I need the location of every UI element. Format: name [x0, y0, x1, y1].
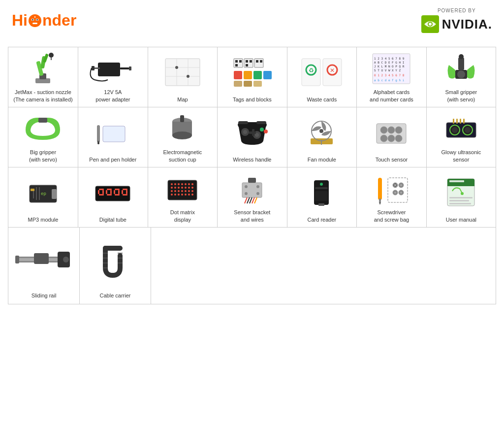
- fan-module-icon: [303, 116, 340, 148]
- sliding-rail-icon: [14, 241, 73, 280]
- list-item: Glowy ultrasonicsensor: [426, 107, 496, 167]
- svg-rect-102: [460, 119, 461, 124]
- list-item: JetMax - suction nozzle(The camera is in…: [8, 47, 78, 107]
- list-item: ♻ ✕ Waste cards: [287, 47, 357, 107]
- svg-point-91: [395, 127, 402, 133]
- svg-point-150: [171, 194, 173, 196]
- svg-point-141: [188, 187, 190, 189]
- svg-point-156: [191, 194, 193, 196]
- svg-point-169: [320, 183, 323, 186]
- svg-rect-23: [165, 59, 200, 86]
- powered-by-label: POWERED BY: [421, 8, 492, 13]
- svg-point-97: [452, 127, 458, 133]
- pen-holder-icon: [93, 116, 132, 148]
- svg-marker-175: [379, 202, 381, 205]
- svg-point-183: [394, 184, 396, 186]
- svg-rect-170: [315, 187, 328, 189]
- svg-rect-63: [458, 58, 464, 70]
- svg-rect-35: [246, 60, 248, 63]
- svg-rect-103: [463, 119, 465, 124]
- svg-rect-81: [249, 131, 256, 134]
- list-item: User manual: [426, 167, 496, 228]
- svg-point-83: [264, 130, 268, 133]
- svg-point-158: [245, 185, 248, 188]
- svg-point-138: [178, 187, 180, 189]
- svg-point-147: [185, 190, 187, 192]
- svg-rect-167: [248, 178, 256, 183]
- item-label: User manual: [446, 216, 476, 223]
- logo-hi: Hi: [12, 11, 28, 30]
- list-item: Sensor bracketand wires: [218, 167, 287, 228]
- svg-line-164: [250, 197, 252, 203]
- svg-rect-193: [449, 200, 469, 201]
- svg-rect-20: [129, 66, 131, 70]
- svg-point-184: [400, 184, 402, 186]
- svg-rect-30: [234, 59, 243, 67]
- svg-rect-100: [453, 119, 454, 124]
- item-label: Map: [177, 96, 188, 103]
- component-grid-area: JetMax - suction nozzle(The camera is in…: [0, 37, 504, 312]
- svg-rect-127: [123, 194, 127, 196]
- svg-rect-125: [122, 190, 123, 194]
- svg-point-131: [178, 183, 180, 185]
- svg-line-162: [245, 197, 247, 203]
- item-label: Alphabet cardsand number cards: [370, 89, 413, 103]
- nvidia-block: POWERED BY NVIDIA.: [421, 8, 492, 33]
- svg-rect-111: [95, 186, 130, 201]
- svg-text:♻: ♻: [309, 67, 314, 74]
- svg-point-92: [380, 135, 387, 142]
- svg-rect-117: [106, 190, 107, 194]
- svg-rect-114: [102, 190, 104, 194]
- svg-point-99: [465, 127, 471, 133]
- svg-point-155: [188, 194, 190, 196]
- svg-point-142: [191, 187, 193, 189]
- svg-line-166: [254, 197, 257, 203]
- screwdriver-icon: [371, 173, 412, 205]
- table-row: ep MP3 module: [8, 167, 496, 228]
- svg-rect-124: [123, 189, 127, 190]
- svg-rect-157: [242, 183, 262, 197]
- list-item: Touch sensor: [357, 107, 427, 167]
- svg-rect-3: [32, 23, 37, 24]
- svg-point-153: [181, 194, 183, 196]
- svg-point-160: [245, 192, 248, 195]
- brand-logo: Hi nder: [12, 11, 76, 30]
- svg-rect-108: [52, 189, 57, 199]
- svg-rect-128: [168, 180, 197, 200]
- waste-cards-icon: ♻ ✕: [301, 56, 343, 88]
- dot-matrix-icon: [164, 173, 201, 205]
- svg-rect-74: [238, 121, 248, 124]
- svg-rect-190: [449, 180, 464, 182]
- svg-rect-126: [126, 190, 127, 194]
- blocks-icon: [231, 56, 273, 88]
- svg-point-185: [394, 192, 396, 194]
- list-item: Big gripper(with servo): [8, 107, 78, 167]
- svg-point-89: [380, 127, 387, 133]
- table-row: JetMax - suction nozzle(The camera is in…: [8, 47, 496, 107]
- item-label: Big gripper(with servo): [29, 149, 57, 163]
- svg-rect-192: [449, 197, 472, 198]
- robot-icon: [28, 14, 42, 28]
- svg-rect-36: [250, 60, 252, 63]
- svg-point-0: [29, 14, 41, 27]
- svg-rect-38: [254, 59, 263, 67]
- alphabet-cards-icon: 1 2 3 4 5 6 7 8 9 A B C D E F G H I J K …: [372, 53, 411, 85]
- list-item: Pen and pen holder: [78, 107, 148, 167]
- svg-text:ep: ep: [41, 191, 46, 196]
- svg-rect-116: [107, 189, 112, 190]
- card-reader-icon: [308, 176, 335, 208]
- list-item: Wireless handle: [218, 107, 287, 167]
- svg-point-86: [319, 129, 323, 133]
- svg-point-143: [171, 190, 173, 192]
- list-item: Dot matrixdisplay: [148, 167, 217, 228]
- ultrasonic-icon: [441, 113, 481, 145]
- item-label: Cable carrier: [100, 292, 131, 299]
- svg-rect-119: [107, 194, 112, 196]
- components-table: JetMax - suction nozzle(The camera is in…: [8, 47, 496, 228]
- svg-point-90: [388, 127, 395, 133]
- svg-rect-172: [318, 203, 324, 206]
- list-item: ep MP3 module: [8, 167, 78, 228]
- svg-point-5: [36, 19, 38, 20]
- svg-point-201: [63, 257, 69, 262]
- list-item: Fan module: [287, 107, 357, 167]
